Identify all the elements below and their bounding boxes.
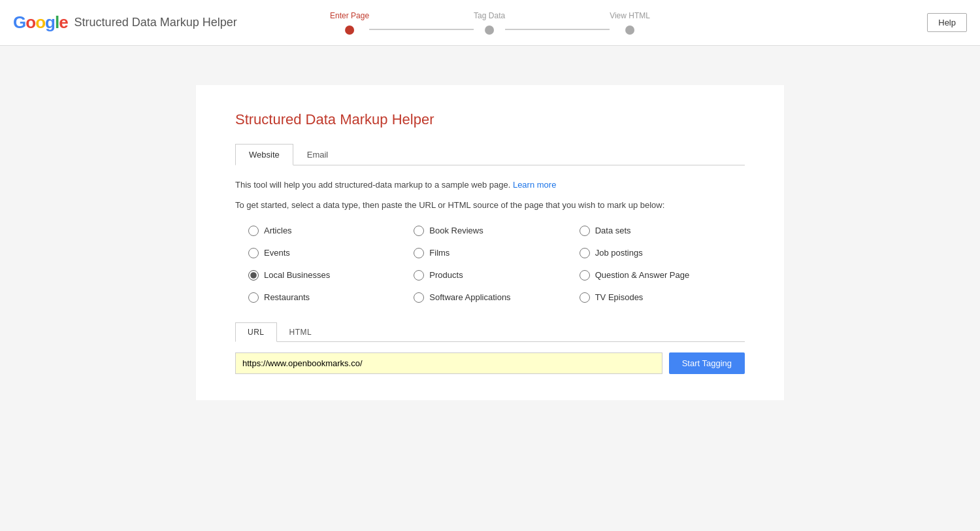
header-title: Structured Data Markup Helper <box>74 16 237 29</box>
radio-label-restaurants: Restaurants <box>264 292 310 302</box>
logo-g2: g <box>45 12 55 33</box>
radio-restaurants[interactable] <box>248 292 259 303</box>
radio-films[interactable] <box>414 248 424 258</box>
radio-item-book-reviews[interactable]: Book Reviews <box>414 226 579 236</box>
step-line-1 <box>369 29 474 30</box>
radio-tv-episodes[interactable] <box>580 292 590 303</box>
header: Google Structured Data Markup Helper Ent… <box>0 0 980 46</box>
radio-label-job-postings: Job postings <box>595 248 643 258</box>
learn-more-link[interactable]: Learn more <box>513 180 556 190</box>
radio-events[interactable] <box>248 248 259 258</box>
steps-row: Enter Page Tag Data View HTML <box>330 11 650 35</box>
step-view-html-label: View HTML <box>610 11 650 20</box>
step-tag-data-label: Tag Data <box>474 11 505 20</box>
step-view-html-dot <box>625 26 634 35</box>
radio-item-local-businesses[interactable]: Local Businesses <box>248 270 414 281</box>
google-logo: Google <box>13 12 68 33</box>
radio-label-software-applications: Software Applications <box>429 292 510 302</box>
radio-label-tv-episodes: TV Episodes <box>595 292 644 302</box>
radio-book-reviews[interactable] <box>414 226 424 236</box>
radio-job-postings[interactable] <box>580 248 590 258</box>
radio-item-data-sets[interactable]: Data sets <box>580 226 745 236</box>
url-row: Start Tagging <box>235 352 745 374</box>
radio-item-restaurants[interactable]: Restaurants <box>248 292 414 303</box>
radio-label-local-businesses: Local Businesses <box>264 270 330 280</box>
help-button[interactable]: Help <box>927 13 967 32</box>
input-tabs: URL HTML <box>235 322 745 342</box>
radio-item-qa-page[interactable]: Question & Answer Page <box>580 270 745 281</box>
radio-item-products[interactable]: Products <box>414 270 579 281</box>
input-tab-html[interactable]: HTML <box>277 322 325 342</box>
radio-item-articles[interactable]: Articles <box>248 226 414 236</box>
logo-o2: o <box>35 12 45 33</box>
main-tabs: Website Email <box>235 144 745 165</box>
start-tagging-button[interactable]: Start Tagging <box>669 352 745 374</box>
page-heading: Structured Data Markup Helper <box>235 111 745 128</box>
radio-data-sets[interactable] <box>580 226 590 236</box>
step-tag-data: Tag Data <box>474 11 505 35</box>
description-1: This tool will help you add structured-d… <box>235 179 745 192</box>
step-line-2 <box>505 29 610 30</box>
radio-item-events[interactable]: Events <box>248 248 414 258</box>
radio-label-qa-page: Question & Answer Page <box>595 270 690 280</box>
radio-item-tv-episodes[interactable]: TV Episodes <box>580 292 745 303</box>
logo-o1: o <box>25 12 35 33</box>
step-enter-page: Enter Page <box>330 11 369 35</box>
url-input[interactable] <box>235 352 662 374</box>
radio-label-articles: Articles <box>264 226 292 235</box>
radio-item-films[interactable]: Films <box>414 248 579 258</box>
radio-label-films: Films <box>429 248 449 258</box>
main-content: Structured Data Markup Helper Website Em… <box>196 85 784 400</box>
tab-email[interactable]: Email <box>293 144 342 165</box>
radio-label-book-reviews: Book Reviews <box>429 226 483 235</box>
step-enter-page-label: Enter Page <box>330 11 369 20</box>
radio-label-events: Events <box>264 248 290 258</box>
radio-qa-page[interactable] <box>580 270 590 281</box>
radio-articles[interactable] <box>248 226 259 236</box>
radio-item-job-postings[interactable]: Job postings <box>580 248 745 258</box>
logo-e: e <box>59 12 67 33</box>
step-enter-page-dot <box>345 26 354 35</box>
description-2: To get started, select a data type, then… <box>235 199 745 213</box>
radio-products[interactable] <box>414 270 424 281</box>
radio-item-software-applications[interactable]: Software Applications <box>414 292 579 303</box>
step-view-html: View HTML <box>610 11 650 35</box>
data-type-grid: ArticlesBook ReviewsData setsEventsFilms… <box>248 226 745 303</box>
logo-g: G <box>13 12 25 33</box>
progress-steps: Enter Page Tag Data View HTML <box>330 11 650 35</box>
radio-label-data-sets: Data sets <box>595 226 631 235</box>
radio-software-applications[interactable] <box>414 292 424 303</box>
step-tag-data-dot <box>485 26 494 35</box>
tab-website[interactable]: Website <box>235 144 293 165</box>
radio-local-businesses[interactable] <box>248 270 259 281</box>
header-left: Google Structured Data Markup Helper <box>13 12 237 33</box>
radio-label-products: Products <box>429 270 463 280</box>
input-tab-url[interactable]: URL <box>235 322 277 342</box>
